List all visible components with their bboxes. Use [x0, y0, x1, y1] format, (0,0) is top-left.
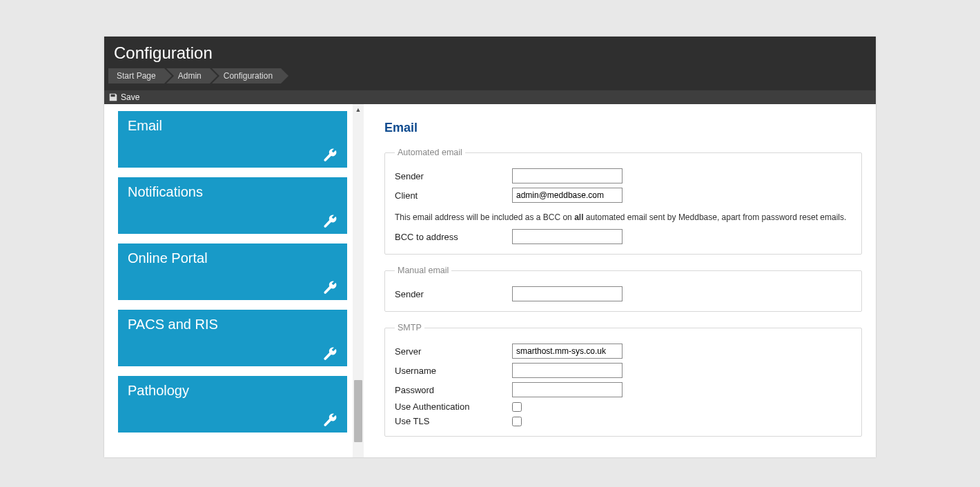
input-smtp-username[interactable]: [512, 363, 623, 378]
sidebar-tile-label: Notifications: [128, 184, 203, 199]
label-use-auth: Use Authentication: [395, 401, 512, 412]
page-title: Configuration: [104, 37, 876, 68]
label-smtp-server: Server: [395, 346, 512, 357]
save-icon: [108, 92, 118, 102]
sidebar-scrollbar[interactable]: ▲: [353, 104, 364, 457]
checkbox-use-tls[interactable]: [512, 417, 522, 426]
breadcrumb: Start Page Admin Configuration: [104, 68, 876, 90]
input-manual-sender[interactable]: [512, 286, 623, 301]
wrench-icon: [322, 279, 337, 295]
app-window: Configuration Start Page Admin Configura…: [104, 37, 876, 457]
content-panel: Email Automated email Sender Client This…: [364, 104, 876, 457]
save-button[interactable]: Save: [108, 92, 139, 102]
breadcrumb-item-start[interactable]: Start Page: [108, 68, 164, 83]
sidebar-column: Email Notifications Online Portal PACS a…: [104, 104, 364, 457]
breadcrumb-item-admin[interactable]: Admin: [174, 68, 210, 83]
sidebar-tile-label: Pathology: [128, 383, 189, 398]
label-smtp-password: Password: [395, 385, 512, 395]
label-auto-client: Client: [395, 190, 512, 201]
sidebar-tile-online-portal[interactable]: Online Portal: [118, 244, 347, 300]
input-smtp-password[interactable]: [512, 382, 623, 397]
legend-automated-email: Automated email: [395, 148, 465, 157]
input-auto-sender[interactable]: [512, 168, 623, 183]
sidebar-tile-email[interactable]: Email: [118, 111, 347, 168]
wrench-icon: [322, 412, 337, 427]
section-title-email: Email: [384, 121, 862, 135]
sidebar-tile-label: PACS and RIS: [128, 317, 218, 332]
wrench-icon: [322, 213, 337, 228]
fieldset-smtp: SMTP Server Username Password Use Authen…: [384, 323, 862, 437]
label-manual-sender: Sender: [395, 289, 512, 299]
fieldset-automated-email: Automated email Sender Client This email…: [384, 148, 862, 255]
sidebar-tile-label: Email: [128, 118, 162, 133]
wrench-icon: [322, 346, 337, 361]
bcc-note: This email address will be included as a…: [395, 212, 852, 222]
input-auto-client[interactable]: [512, 188, 623, 203]
body: Email Notifications Online Portal PACS a…: [104, 104, 876, 457]
label-bcc: BCC to address: [395, 232, 512, 242]
checkbox-use-auth[interactable]: [512, 402, 522, 412]
legend-smtp: SMTP: [395, 323, 424, 332]
sidebar-tile-label: Online Portal: [128, 250, 208, 266]
sidebar-tile-pacs-ris[interactable]: PACS and RIS: [118, 310, 347, 366]
sidebar-tile-notifications[interactable]: Notifications: [118, 177, 347, 234]
breadcrumb-item-configuration[interactable]: Configuration: [219, 68, 281, 83]
fieldset-manual-email: Manual email Sender: [384, 266, 862, 312]
label-use-tls: Use TLS: [395, 416, 512, 426]
sidebar: Email Notifications Online Portal PACS a…: [108, 104, 353, 457]
scroll-up-icon[interactable]: ▲: [353, 104, 364, 115]
input-bcc[interactable]: [512, 229, 623, 244]
input-smtp-server[interactable]: [512, 344, 623, 359]
scroll-thumb[interactable]: [354, 380, 362, 442]
save-button-label: Save: [121, 92, 139, 102]
sidebar-tile-pathology[interactable]: Pathology: [118, 376, 347, 433]
label-smtp-username: Username: [395, 366, 512, 376]
toolbar: Save: [104, 90, 876, 104]
label-auto-sender: Sender: [395, 171, 512, 181]
legend-manual-email: Manual email: [395, 266, 451, 275]
wrench-icon: [322, 147, 337, 162]
